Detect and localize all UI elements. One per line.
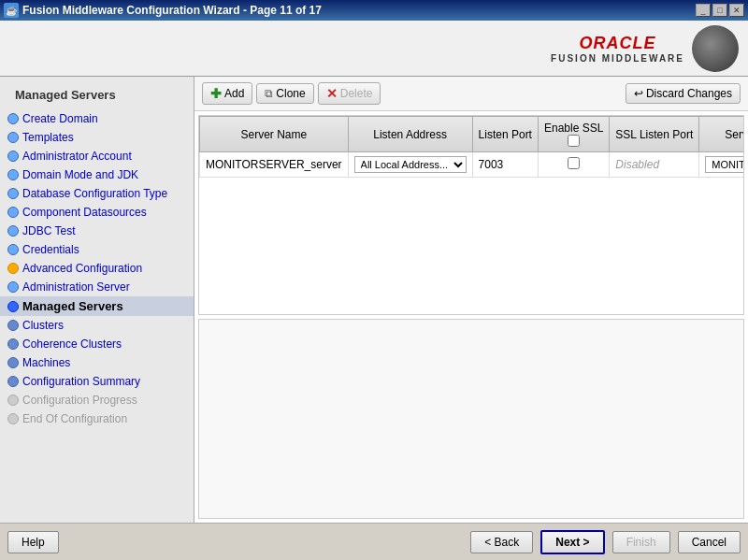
listen-address-select[interactable]: All Local Address... [354, 156, 467, 173]
nav-dot-credentials [7, 244, 19, 255]
back-button[interactable]: < Back [470, 531, 533, 553]
sidebar-item-machines[interactable]: Machines [0, 353, 194, 372]
sidebar-item-end-of-configuration: End Of Configuration [0, 409, 194, 428]
server-groups-select[interactable]: MONITORS... [705, 156, 744, 173]
nav-section-title: Managed Servers [0, 84, 194, 109]
header-area: ORACLE FUSION MIDDLEWARE [0, 21, 748, 77]
nav-dot-config-summary [7, 376, 19, 387]
minimize-button[interactable]: _ [696, 4, 711, 17]
help-button[interactable]: Help [7, 531, 59, 553]
content-area: Managed Servers Create Domain Templates … [0, 77, 748, 523]
cell-ssl-listen-port: Disabled [610, 152, 699, 178]
col-header-server-groups: Server Groups [699, 117, 744, 152]
server-table: Server Name Listen Address Listen Port E… [199, 116, 744, 178]
footer: Help < Back Next > Finish Cancel [0, 523, 748, 560]
nav-dot-clusters [7, 320, 19, 331]
close-button[interactable]: ✕ [729, 4, 744, 17]
finish-button[interactable]: Finish [612, 531, 670, 553]
col-header-listen-port: Listen Port [472, 117, 538, 152]
title-bar: ☕ Fusion Middleware Configuration Wizard… [0, 0, 748, 21]
col-header-enable-ssl: Enable SSL [538, 117, 609, 152]
cell-enable-ssl[interactable] [538, 152, 609, 178]
cell-server-name: MONITORSERVER_server [200, 152, 349, 178]
sidebar-item-managed-servers[interactable]: Managed Servers [0, 296, 194, 316]
enable-ssl-header-checkbox[interactable] [568, 135, 580, 147]
window-title: Fusion Middleware Configuration Wizard -… [22, 4, 322, 17]
nav-dot-managed-servers [7, 301, 19, 312]
sidebar-item-credentials[interactable]: Credentials [0, 240, 194, 259]
toolbar: ✚ Add ⧉ Clone ✕ Delete ↩ Discard Changes [194, 77, 748, 111]
main-window: ORACLE FUSION MIDDLEWARE Managed Servers… [0, 21, 748, 560]
sidebar-item-jdbc-test[interactable]: JDBC Test [0, 222, 194, 240]
table-row: MONITORSERVER_server All Local Address..… [200, 152, 745, 178]
sidebar-item-create-domain[interactable]: Create Domain [0, 109, 194, 128]
nav-dot-domain-mode [7, 169, 19, 180]
next-button[interactable]: Next > [540, 530, 604, 554]
left-nav: Managed Servers Create Domain Templates … [0, 77, 194, 523]
sidebar-item-templates[interactable]: Templates [0, 128, 194, 147]
sidebar-item-administrator-account[interactable]: Administrator Account [0, 147, 194, 165]
nav-dot-admin-server [7, 281, 19, 293]
server-table-container: Server Name Listen Address Listen Port E… [198, 115, 744, 315]
discard-icon: ↩ [634, 87, 643, 100]
sidebar-item-domain-mode-jdk[interactable]: Domain Mode and JDK [0, 165, 194, 184]
oracle-logo: ORACLE FUSION MIDDLEWARE [551, 34, 684, 64]
sidebar-item-coherence-clusters[interactable]: Coherence Clusters [0, 335, 194, 353]
sidebar-item-administration-server[interactable]: Administration Server [0, 278, 194, 296]
sidebar-item-database-config[interactable]: Database Configuration Type [0, 184, 194, 203]
clone-button[interactable]: ⧉ Clone [256, 83, 313, 104]
nav-dot-jdbc-test [7, 225, 19, 237]
nav-dot-machines [7, 357, 19, 368]
right-content: ✚ Add ⧉ Clone ✕ Delete ↩ Discard Changes [194, 77, 748, 523]
oracle-text: ORACLE [551, 34, 684, 53]
add-icon: ✚ [210, 86, 222, 101]
nav-dot-component-ds [7, 207, 19, 218]
cell-listen-address[interactable]: All Local Address... [348, 152, 472, 178]
nav-dot-db-config [7, 188, 19, 199]
clone-icon: ⧉ [265, 87, 273, 100]
window-controls: _ □ ✕ [696, 4, 744, 17]
oracle-logo-icon [692, 25, 739, 72]
sidebar-item-clusters[interactable]: Clusters [0, 316, 194, 335]
nav-dot-templates [7, 132, 19, 143]
sidebar-item-component-datasources[interactable]: Component Datasources [0, 203, 194, 222]
nav-dot-end-config [7, 413, 19, 424]
cell-listen-port: 7003 [472, 152, 538, 178]
nav-dot-advanced-config [7, 263, 19, 274]
col-header-ssl-listen-port: SSL Listen Port [610, 117, 699, 152]
nav-dot-coherence [7, 338, 19, 350]
sidebar-item-advanced-config[interactable]: Advanced Configuration [0, 259, 194, 278]
add-button[interactable]: ✚ Add [202, 82, 252, 105]
sidebar-item-configuration-progress: Configuration Progress [0, 391, 194, 409]
enable-ssl-checkbox[interactable] [568, 157, 580, 169]
oracle-sub: FUSION MIDDLEWARE [551, 53, 684, 64]
nav-dot-create-domain [7, 113, 19, 124]
maximize-button[interactable]: □ [712, 4, 727, 17]
col-header-listen-address: Listen Address [348, 117, 472, 152]
nav-dot-admin-account [7, 151, 19, 162]
empty-area [198, 319, 744, 519]
discard-changes-button[interactable]: ↩ Discard Changes [626, 83, 741, 104]
sidebar-item-configuration-summary[interactable]: Configuration Summary [0, 372, 194, 391]
delete-icon: ✕ [326, 86, 338, 101]
cell-server-groups[interactable]: MONITORS... [699, 152, 744, 178]
nav-dot-config-progress [7, 395, 19, 406]
cancel-button[interactable]: Cancel [678, 531, 741, 553]
col-header-server-name: Server Name [200, 117, 349, 152]
table-header-row: Server Name Listen Address Listen Port E… [200, 117, 745, 152]
delete-button[interactable]: ✕ Delete [318, 82, 381, 105]
app-icon: ☕ [4, 3, 19, 18]
